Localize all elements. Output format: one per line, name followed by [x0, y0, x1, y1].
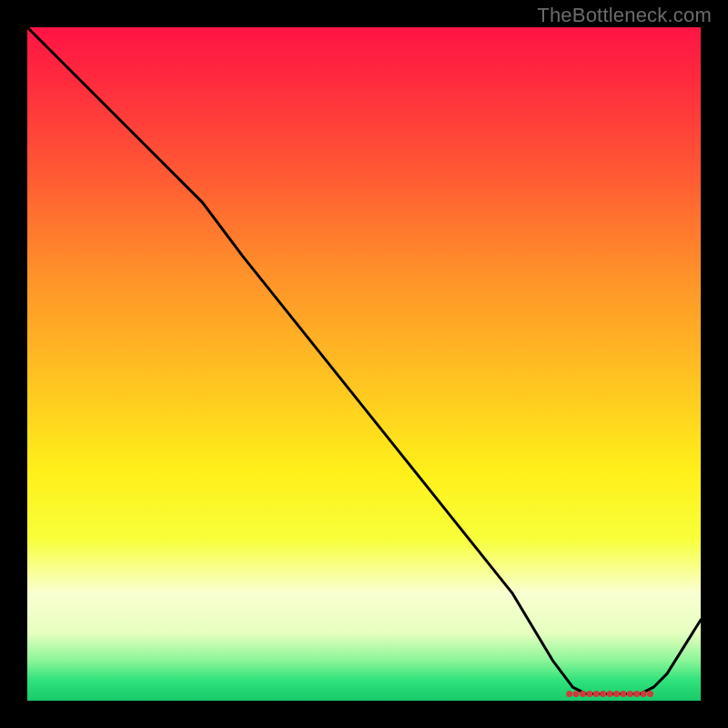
marker-dot: [613, 691, 620, 697]
marker-dot: [647, 691, 653, 697]
marker-dot: [633, 691, 640, 697]
chart-line: [27, 27, 701, 694]
chart-plot: [27, 27, 701, 701]
marker-dot: [627, 691, 633, 697]
watermark-text: TheBottleneck.com: [537, 4, 712, 27]
marker-dot: [573, 691, 580, 697]
marker-dot: [593, 691, 600, 697]
marker-dot: [620, 691, 626, 697]
marker-dot: [600, 691, 606, 697]
marker-dot: [607, 691, 613, 697]
marker-dot: [586, 691, 592, 697]
marker-dot: [566, 691, 572, 697]
chart-frame: TheBottleneck.com: [0, 0, 728, 728]
marker-dot: [580, 691, 586, 697]
marker-dot: [641, 691, 647, 697]
